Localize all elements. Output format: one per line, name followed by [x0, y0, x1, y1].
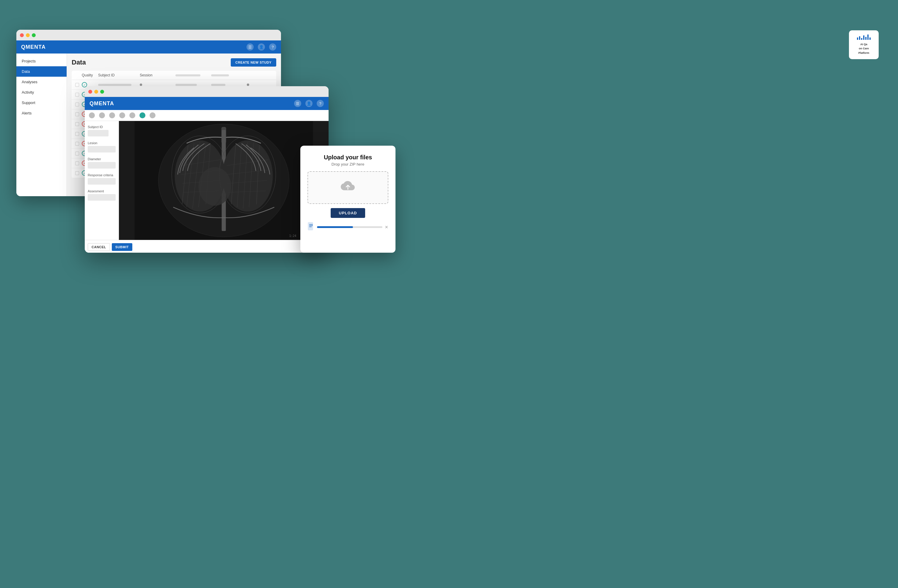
form-body: Subject ID Lesion Diameter Response crit…: [85, 121, 329, 240]
form-maximize-button[interactable]: [100, 90, 104, 94]
qmenta-logo: QMENTA: [21, 44, 46, 50]
form-close-button[interactable]: [88, 90, 92, 94]
form-fields-sidebar: Subject ID Lesion Diameter Response crit…: [85, 121, 119, 240]
svg-rect-26: [221, 127, 226, 143]
subject-id-label: Subject ID: [85, 122, 118, 129]
cloud-upload-icon: [341, 180, 355, 194]
row-checkbox[interactable]: [75, 171, 79, 175]
maximize-button[interactable]: [32, 33, 36, 37]
help-icon[interactable]: ?: [269, 43, 276, 51]
form-menu-icon[interactable]: ☰: [294, 100, 301, 107]
badge-container: AI Qa on Care Platform: [849, 30, 879, 59]
form-tab-6-active[interactable]: [140, 112, 145, 118]
menu-icon[interactable]: ☰: [246, 43, 254, 51]
form-help-icon[interactable]: ?: [317, 100, 324, 107]
create-new-study-button[interactable]: CREATE NEW STUDY: [231, 58, 276, 67]
subject-id-input[interactable]: [88, 130, 109, 137]
lesion-input[interactable]: [88, 146, 116, 152]
form-user-icon[interactable]: 👤: [305, 100, 312, 107]
file-icon: [308, 222, 315, 232]
progress-close-button[interactable]: ✕: [385, 225, 388, 229]
form-header-icons: ☰ 👤 ?: [294, 100, 324, 107]
response-criteria-input[interactable]: [88, 178, 116, 184]
svg-text:1:24: 1:24: [289, 234, 297, 238]
upload-progress-row: ✕: [308, 222, 388, 232]
xray-container: 1:24: [119, 121, 329, 240]
row-checkbox[interactable]: [75, 122, 79, 126]
upload-button[interactable]: UPLOAD: [331, 208, 366, 218]
row-checkbox[interactable]: [75, 83, 79, 87]
svg-rect-29: [308, 223, 313, 230]
response-criteria-label: Response criteria: [85, 170, 118, 178]
col-subject-id: Subject ID: [98, 73, 140, 77]
upload-dropzone[interactable]: [308, 171, 388, 204]
row-checkbox[interactable]: [75, 112, 79, 116]
form-window: QMENTA ☰ 👤 ? Subject ID Lesion Diameter …: [85, 86, 329, 253]
form-tab-7[interactable]: [149, 112, 155, 118]
diameter-label: Diameter: [85, 154, 118, 161]
upload-subtitle: Drop your ZIP here: [308, 162, 388, 166]
row-checkbox[interactable]: [75, 132, 79, 136]
form-qmenta-logo: QMENTA: [89, 100, 114, 107]
row-checkbox[interactable]: [75, 161, 79, 165]
window-titlebar: [16, 30, 281, 40]
sidebar-item-activity[interactable]: Activity: [16, 87, 67, 98]
sidebar-item-support[interactable]: Support: [16, 98, 67, 108]
form-tab-1[interactable]: [89, 112, 95, 118]
lesion-label: Lesion: [85, 138, 118, 145]
xray-image: 1:24: [119, 121, 329, 240]
form-app-header: QMENTA ☰ 👤 ?: [85, 97, 329, 110]
form-tabs: [85, 110, 329, 121]
table-header: Quality Subject ID Session: [72, 71, 276, 80]
sidebar-item-data[interactable]: Data: [16, 66, 67, 77]
sidebar-item-analyses[interactable]: Analyses: [16, 77, 67, 87]
col-quality: Quality: [82, 73, 98, 77]
status-ok-icon: ✓: [82, 82, 87, 88]
svg-point-25: [198, 167, 231, 206]
row-checkbox[interactable]: [75, 93, 79, 97]
minimize-button[interactable]: [26, 33, 30, 37]
user-icon[interactable]: 👤: [258, 43, 265, 51]
sidebar: Projects Data Analyses Activity Support …: [16, 54, 67, 196]
row-checkbox[interactable]: [75, 142, 79, 146]
badge-text: AI Qa on Care Platform: [858, 42, 869, 55]
col-5: [211, 74, 247, 77]
sidebar-item-projects[interactable]: Projects: [16, 56, 67, 66]
form-window-titlebar: [85, 86, 329, 97]
cancel-button[interactable]: CANCEL: [88, 243, 110, 251]
col-4: [175, 74, 211, 77]
svg-point-15: [222, 140, 273, 212]
page-header: Data CREATE NEW STUDY: [72, 58, 276, 67]
form-tab-3[interactable]: [109, 112, 115, 118]
form-actions: CANCEL SUBMIT: [85, 240, 329, 253]
top-right-badge: AI Qa on Care Platform: [847, 27, 880, 63]
badge-logo-bars: [857, 34, 870, 40]
assessment-input[interactable]: [88, 194, 116, 201]
close-button[interactable]: [20, 33, 24, 37]
header-icons: ☰ 👤 ?: [246, 43, 276, 51]
form-tab-2[interactable]: [99, 112, 105, 118]
sidebar-item-alerts[interactable]: Alerts: [16, 108, 67, 118]
row-checkbox[interactable]: [75, 103, 79, 106]
submit-button[interactable]: SUBMIT: [112, 243, 132, 251]
upload-title: Upload your files: [308, 154, 388, 161]
diameter-input[interactable]: [88, 162, 116, 169]
col-session: Session: [140, 73, 175, 77]
upload-window: Upload your files Drop your ZIP here UPL…: [300, 146, 395, 253]
progress-bar-fill: [317, 226, 353, 228]
form-tab-5[interactable]: [129, 112, 135, 118]
progress-bar-container: [317, 226, 382, 228]
assessment-label: Assesment: [85, 186, 118, 193]
row-checkbox[interactable]: [75, 152, 79, 155]
form-minimize-button[interactable]: [94, 90, 98, 94]
app-header: QMENTA ☰ 👤 ?: [16, 40, 281, 54]
page-title: Data: [72, 58, 86, 66]
form-tab-4[interactable]: [119, 112, 125, 118]
